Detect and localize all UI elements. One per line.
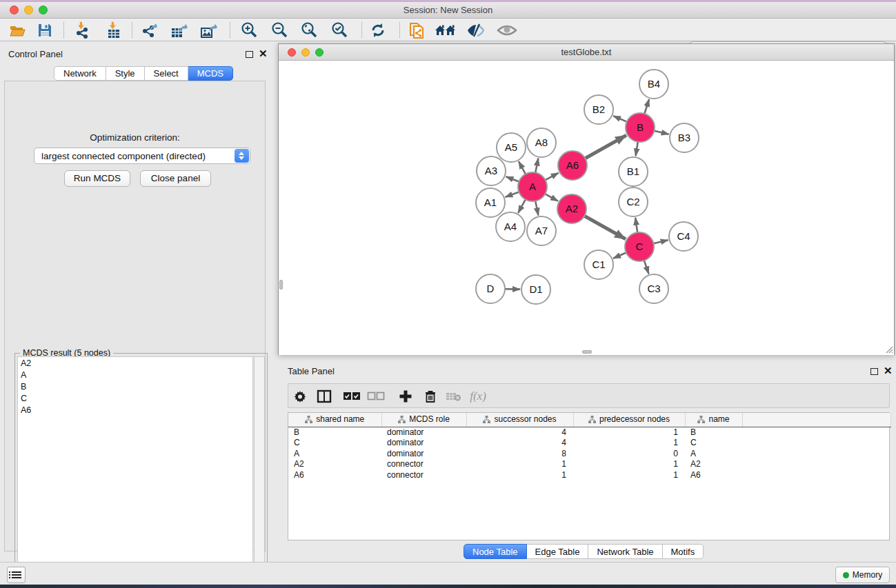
unselect-all-columns-button[interactable] (366, 387, 386, 405)
edge-A6-B[interactable] (585, 135, 626, 158)
import-network-button[interactable] (72, 21, 94, 39)
tab-motifs[interactable]: Motifs (663, 544, 704, 559)
tab-select[interactable]: Select (145, 66, 188, 81)
node-C4[interactable]: C4 (669, 222, 698, 251)
memory-button[interactable]: Memory (835, 567, 890, 583)
select-all-columns-button[interactable] (342, 387, 361, 405)
network-vertical-scroll-thumb[interactable] (279, 280, 283, 290)
save-session-button[interactable] (34, 21, 56, 39)
tab-edge-table[interactable]: Edge Table (527, 544, 589, 559)
edge-A2-C[interactable] (584, 216, 626, 239)
zoom-fit-button[interactable] (298, 21, 320, 39)
show-graphics-details-button[interactable] (465, 21, 487, 39)
column-header[interactable]: name (685, 413, 742, 427)
node-B[interactable]: B (626, 113, 655, 142)
node-A3[interactable]: A3 (477, 156, 506, 185)
column-header[interactable]: successor nodes (466, 413, 573, 427)
table-row[interactable]: A2connector11A2 (288, 459, 890, 470)
node-A8[interactable]: A8 (527, 128, 556, 157)
window-resize-grip[interactable] (884, 344, 893, 354)
result-item[interactable]: A (18, 369, 252, 381)
edge-B-B3[interactable] (654, 131, 668, 134)
export-table-button[interactable] (168, 21, 190, 39)
tab-mcds[interactable]: MCDS (188, 66, 233, 81)
edge-C-C4[interactable] (653, 240, 668, 243)
export-network-button[interactable] (139, 21, 161, 39)
node-A6[interactable]: A6 (558, 151, 587, 180)
edge-A-A6[interactable] (546, 173, 559, 180)
node-A5[interactable]: A5 (497, 133, 526, 162)
apply-layout-button[interactable] (367, 21, 389, 39)
float-panel-icon[interactable] (246, 51, 253, 58)
node-D1[interactable]: D1 (521, 275, 550, 304)
node-A4[interactable]: A4 (496, 212, 525, 241)
table-close-panel-icon[interactable]: ✕ (884, 365, 893, 377)
table-row[interactable]: Cdominator41C (288, 438, 890, 449)
result-item[interactable]: C (18, 392, 252, 404)
edge-A-A4[interactable] (518, 199, 526, 212)
node-table[interactable]: shared nameMCDS rolesuccessor nodesprede… (288, 412, 890, 540)
import-table-button[interactable] (103, 21, 125, 39)
tab-style[interactable]: Style (106, 66, 145, 81)
edge-A-A1[interactable] (506, 192, 519, 196)
tab-network[interactable]: Network (54, 66, 106, 81)
table-float-panel-icon[interactable] (870, 368, 878, 375)
edge-A-A8[interactable] (535, 159, 538, 173)
run-mcds-button[interactable]: Run MCDS (64, 170, 130, 187)
edge-A-A5[interactable] (519, 161, 526, 174)
new-network-from-selection-button[interactable] (406, 21, 428, 39)
result-item[interactable]: A2 (18, 357, 252, 369)
edge-B-B4[interactable] (644, 99, 649, 114)
zoom-in-button[interactable] (238, 21, 260, 39)
node-D[interactable]: D (476, 274, 505, 303)
node-A2[interactable]: A2 (557, 194, 586, 223)
show-column-button[interactable] (315, 387, 334, 405)
edge-A-A7[interactable] (535, 201, 538, 216)
export-image-button[interactable] (198, 21, 220, 39)
table-row[interactable]: A6connector11A6 (288, 469, 890, 480)
node-A[interactable]: A (518, 172, 547, 201)
first-neighbors-button[interactable] (435, 21, 457, 39)
open-session-button[interactable] (6, 21, 28, 39)
node-C3[interactable]: C3 (639, 274, 668, 303)
zoom-out-button[interactable] (268, 21, 290, 39)
edge-B-B1[interactable] (636, 142, 638, 156)
table-row[interactable]: Adominator80A (288, 448, 890, 459)
node-B1[interactable]: B1 (619, 157, 648, 186)
optimization-criterion-select[interactable]: largest connected component (directed) (34, 148, 250, 164)
edge-A-A3[interactable] (506, 176, 519, 181)
mcds-result-list[interactable]: A2ABCA6 (17, 356, 253, 588)
node-B3[interactable]: B3 (670, 123, 699, 152)
table-settings-button[interactable] (290, 387, 310, 405)
edge-C-C2[interactable] (635, 218, 637, 232)
zoom-selected-button[interactable] (328, 21, 350, 39)
node-A7[interactable]: A7 (527, 216, 556, 245)
column-header[interactable]: shared name (288, 413, 381, 427)
node-C[interactable]: C (625, 232, 654, 261)
close-panel-button[interactable]: Close panel (140, 170, 211, 187)
result-item[interactable]: A6 (18, 404, 252, 416)
birds-eye-view-button[interactable] (496, 21, 518, 39)
close-panel-icon[interactable]: ✕ (259, 48, 268, 60)
delete-column-button[interactable] (421, 387, 440, 405)
edge-A-A2[interactable] (545, 194, 558, 201)
node-A1[interactable]: A1 (476, 188, 505, 217)
column-header[interactable]: MCDS role (381, 413, 466, 427)
column-header[interactable]: predecessor nodes (573, 413, 685, 427)
node-C2[interactable]: C2 (619, 187, 648, 216)
function-builder-button[interactable]: f(x) (464, 387, 492, 405)
delete-table-button[interactable] (444, 387, 464, 405)
result-item[interactable]: B (18, 381, 252, 392)
mcds-result-scrollbar[interactable] (254, 356, 265, 588)
node-B2[interactable]: B2 (584, 95, 613, 124)
show-tasks-button[interactable] (7, 567, 26, 583)
edge-C-C3[interactable] (644, 261, 649, 274)
edge-C-C1[interactable] (613, 252, 626, 258)
edge-B-B2[interactable] (613, 116, 627, 122)
create-column-button[interactable] (396, 387, 415, 405)
network-canvas[interactable]: B4B2BB3A5A8A6A3B1AA1C2A2A4A7CC4C1C3DD1 (279, 61, 894, 355)
network-horizontal-scroll-thumb[interactable] (582, 350, 592, 354)
tab-node-table[interactable]: Node Table (464, 544, 527, 559)
table-row[interactable]: Bdominator41B (288, 427, 890, 438)
tab-network-table[interactable]: Network Table (588, 544, 662, 559)
